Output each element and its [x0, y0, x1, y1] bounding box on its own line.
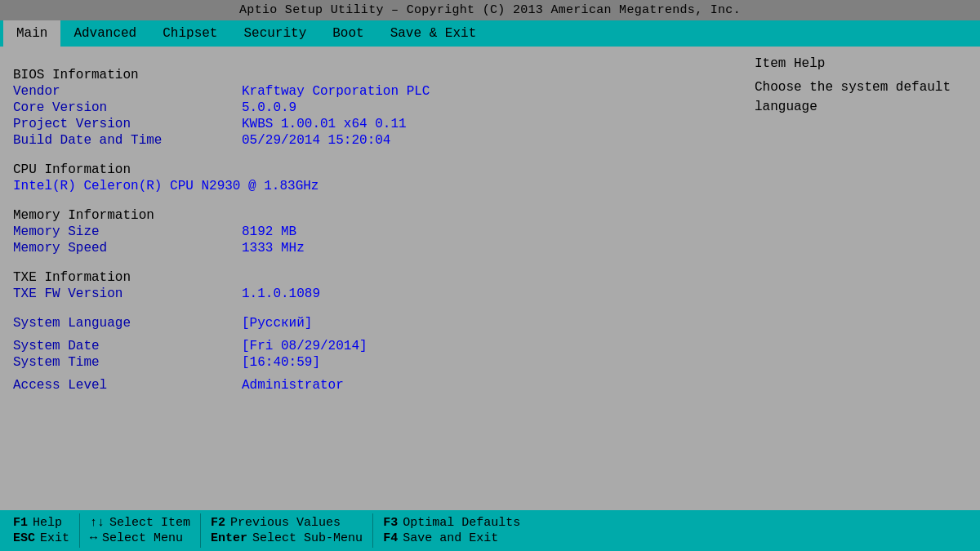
memory-size-value: 8192 MB [242, 224, 296, 239]
select-item-desc: Select Item [109, 516, 190, 530]
f2-desc: Previous Values [230, 516, 341, 530]
access-level-row: Access Level Administrator [13, 378, 722, 393]
system-time-value: [16:40:59] [242, 355, 320, 370]
f3-desc: Optimal Defaults [403, 516, 520, 530]
esc-desc: Exit [40, 531, 69, 545]
memory-speed-label: Memory Speed [13, 241, 242, 256]
system-time-row[interactable]: System Time [16:40:59] [13, 355, 722, 370]
build-date-value: 05/29/2014 15:20:04 [242, 133, 390, 148]
f2-key: F2 [211, 516, 225, 530]
left-panel: BIOS Information Vendor Kraftway Corpora… [13, 56, 738, 500]
f3-key: F3 [383, 516, 398, 530]
bios-screen: Aptio Setup Utility – Copyright (C) 2013… [0, 0, 980, 551]
f4-desc: Save and Exit [403, 531, 498, 545]
nav-main[interactable]: Main [3, 20, 60, 47]
nav-bar: Main Advanced Chipset Security Boot Save… [0, 20, 980, 47]
project-version-label: Project Version [13, 117, 242, 131]
arrow-section: ↑↓ Select Item ↔ Select Menu [83, 510, 197, 551]
vendor-value: Kraftway Corporation PLC [242, 84, 430, 99]
arrow-lr-icon: ↔ [90, 531, 97, 545]
arrow-ud-icon: ↑↓ [90, 516, 105, 530]
nav-security[interactable]: Security [230, 20, 319, 47]
main-content: BIOS Information Vendor Kraftway Corpora… [0, 47, 980, 510]
system-language-value: [Русский] [242, 316, 312, 331]
separator-1 [79, 513, 80, 548]
vendor-row: Vendor Kraftway Corporation PLC [13, 84, 722, 99]
nav-save-exit[interactable]: Save & Exit [377, 20, 490, 47]
separator-3 [372, 513, 373, 548]
system-date-row[interactable]: System Date [Fri 08/29/2014] [13, 339, 722, 353]
nav-advanced[interactable]: Advanced [60, 20, 149, 47]
enter-desc: Select Sub-Menu [252, 531, 363, 545]
nav-chipset[interactable]: Chipset [149, 20, 230, 47]
memory-info-header: Memory Information [13, 208, 722, 223]
system-date-label: System Date [13, 339, 242, 353]
core-version-row: Core Version 5.0.0.9 [13, 100, 722, 115]
txe-fw-version-value: 1.1.0.1089 [242, 287, 320, 301]
memory-size-label: Memory Size [13, 224, 242, 239]
bios-info-header: BIOS Information [13, 68, 722, 82]
right-panel: Item Help Choose the system default lang… [738, 56, 967, 500]
build-date-label: Build Date and Time [13, 133, 242, 148]
txe-fw-version-row: TXE FW Version 1.1.0.1089 [13, 287, 722, 301]
memory-speed-row: Memory Speed 1333 MHz [13, 241, 722, 256]
f4-key: F4 [383, 531, 398, 545]
f3-section: F3 Optimal Defaults F4 Save and Exit [376, 510, 527, 551]
nav-boot[interactable]: Boot [319, 20, 376, 47]
esc-key: ESC [13, 531, 35, 545]
memory-speed-value: 1333 MHz [242, 241, 305, 256]
txe-info-header: TXE Information [13, 270, 722, 285]
txe-fw-version-label: TXE FW Version [13, 287, 242, 301]
access-level-value: Administrator [242, 378, 344, 393]
title-bar: Aptio Setup Utility – Copyright (C) 2013… [0, 0, 980, 20]
f1-key: F1 [13, 516, 28, 530]
core-version-value: 5.0.0.9 [242, 100, 296, 115]
f1-desc: Help [33, 516, 62, 530]
select-menu-desc: Select Menu [102, 531, 183, 545]
project-version-row: Project Version KWBS 1.00.01 x64 0.11 [13, 117, 722, 131]
title-text: Aptio Setup Utility – Copyright (C) 2013… [239, 3, 741, 17]
vendor-label: Vendor [13, 84, 242, 99]
bottom-bar: F1 Help ESC Exit ↑↓ Select Item ↔ Select… [0, 510, 980, 551]
system-time-label: System Time [13, 355, 242, 370]
f1-section: F1 Help ESC Exit [7, 510, 76, 551]
access-level-label: Access Level [13, 378, 242, 393]
f2-section: F2 Previous Values Enter Select Sub-Menu [204, 510, 369, 551]
item-help-text: Choose the system default language [755, 78, 967, 117]
system-language-label: System Language [13, 316, 242, 331]
enter-key: Enter [211, 531, 247, 545]
core-version-label: Core Version [13, 100, 242, 115]
cpu-info-header: CPU Information [13, 162, 722, 177]
separator-2 [200, 513, 201, 548]
item-help-title: Item Help [755, 56, 967, 71]
system-date-value: [Fri 08/29/2014] [242, 339, 368, 353]
project-version-value: KWBS 1.00.01 x64 0.11 [242, 117, 407, 131]
cpu-info: Intel(R) Celeron(R) CPU N2930 @ 1.83GHz [13, 179, 722, 193]
system-language-row[interactable]: System Language [Русский] [13, 316, 722, 331]
memory-size-row: Memory Size 8192 MB [13, 224, 722, 239]
build-date-row: Build Date and Time 05/29/2014 15:20:04 [13, 133, 722, 148]
